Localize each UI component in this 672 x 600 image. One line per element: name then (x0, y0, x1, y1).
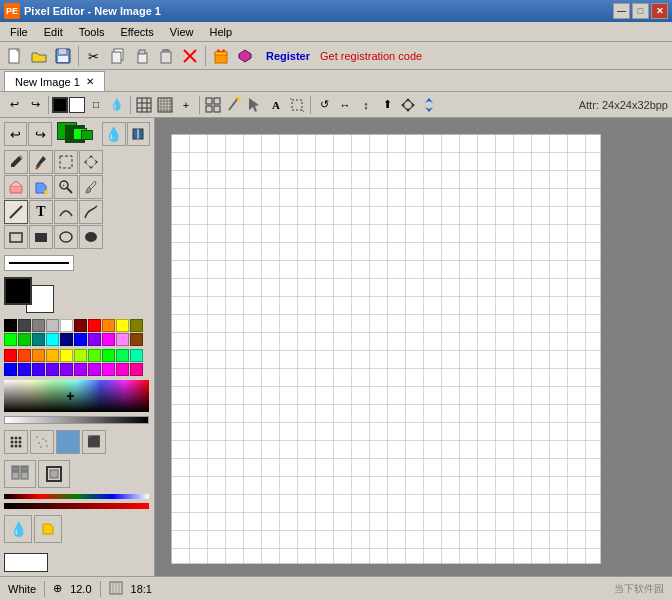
color-strip-2[interactable] (4, 503, 149, 509)
pixel-canvas[interactable] (171, 134, 601, 564)
transparent-btn[interactable]: □ (86, 95, 106, 115)
tool-ellipse-fill[interactable] (79, 225, 103, 249)
tool-line[interactable] (4, 200, 28, 224)
frame-btn[interactable] (38, 460, 70, 488)
bucket-btn[interactable] (34, 515, 62, 543)
select-button[interactable] (245, 95, 265, 115)
crop-button[interactable] (287, 95, 307, 115)
color-picker[interactable] (4, 380, 149, 412)
fg-color-small[interactable] (52, 97, 68, 113)
swatch-maroon[interactable] (74, 319, 87, 332)
move-up-button[interactable]: ⬆ (377, 95, 397, 115)
swatch-ext-15[interactable] (60, 363, 73, 376)
tool-custom[interactable] (79, 200, 103, 224)
swatch-pink[interactable] (116, 333, 129, 346)
open-button[interactable] (28, 45, 50, 67)
swatch-ext-14[interactable] (46, 363, 59, 376)
tool-rect[interactable] (4, 225, 28, 249)
new-button[interactable] (4, 45, 26, 67)
nudge-button[interactable] (398, 95, 418, 115)
undo-button[interactable]: ↩ (4, 95, 24, 115)
swatch-ext-4[interactable] (46, 349, 59, 362)
gift-button[interactable] (210, 45, 232, 67)
swatch-olive[interactable] (130, 319, 143, 332)
tool-zoom[interactable]: + (54, 175, 78, 199)
close-image-button[interactable] (179, 45, 201, 67)
gem-button[interactable] (234, 45, 256, 67)
swatch-ext-8[interactable] (102, 349, 115, 362)
menu-tools[interactable]: Tools (71, 24, 113, 40)
swatch-gray[interactable] (32, 319, 45, 332)
swatch-ext-5[interactable] (60, 349, 73, 362)
bg-color-small[interactable] (69, 97, 85, 113)
swatch-ext-18[interactable] (102, 363, 115, 376)
grid-button[interactable] (134, 95, 154, 115)
swatch-ext-16[interactable] (74, 363, 87, 376)
menu-help[interactable]: Help (201, 24, 240, 40)
tool-brush[interactable] (29, 150, 53, 174)
tool-pencil[interactable] (4, 150, 28, 174)
rotate-ccw-button[interactable]: ↺ (314, 95, 334, 115)
tile-button[interactable] (203, 95, 223, 115)
registration-code-link[interactable]: Get registration code (320, 50, 422, 62)
fg-color-box[interactable] (4, 277, 32, 305)
swatch-ext-3[interactable] (32, 349, 45, 362)
swatch-ext-6[interactable] (74, 349, 87, 362)
tool-eyedropper[interactable]: 💧 (102, 122, 125, 146)
tool-redo[interactable]: ↪ (28, 122, 51, 146)
tool-ellipse[interactable] (54, 225, 78, 249)
eyedropper-small[interactable]: 💧 (107, 95, 127, 115)
swatch-ext-12[interactable] (18, 363, 31, 376)
tool-move[interactable] (79, 150, 103, 174)
tab-close-button[interactable]: ✕ (86, 76, 94, 87)
swatch-lime[interactable] (18, 333, 31, 346)
swatch-dark-gray[interactable] (18, 319, 31, 332)
swatch-green[interactable] (4, 333, 17, 346)
swatch-ext-7[interactable] (88, 349, 101, 362)
tool-rect-sel[interactable] (54, 150, 78, 174)
menu-effects[interactable]: Effects (112, 24, 161, 40)
tool-fill[interactable] (29, 175, 53, 199)
swatch-purple[interactable] (88, 333, 101, 346)
tab-new-image-1[interactable]: New Image 1 ✕ (4, 71, 105, 91)
swatch-ext-2[interactable] (18, 349, 31, 362)
tool-eyedropper2[interactable] (79, 175, 103, 199)
swatch-teal[interactable] (32, 333, 45, 346)
tool-rect-fill[interactable] (29, 225, 53, 249)
blue-box[interactable] (56, 430, 80, 454)
color-box-4[interactable] (81, 130, 93, 140)
maximize-button[interactable]: □ (632, 3, 649, 19)
scatter-pattern[interactable] (30, 430, 54, 454)
grayscale-strip[interactable] (4, 416, 149, 424)
opacity-btn[interactable]: ⬛ (82, 430, 106, 454)
fine-grid-button[interactable] (155, 95, 175, 115)
close-button[interactable]: ✕ (651, 3, 668, 19)
tool-extra[interactable] (127, 122, 150, 146)
swatch-brown[interactable] (130, 333, 143, 346)
register-link[interactable]: Register (266, 50, 310, 62)
delete-button[interactable] (155, 45, 177, 67)
minimize-button[interactable]: — (613, 3, 630, 19)
tool-text[interactable]: T (29, 200, 53, 224)
menu-view[interactable]: View (162, 24, 202, 40)
swatch-black[interactable] (4, 319, 17, 332)
tool-curve[interactable] (54, 200, 78, 224)
swatch-magenta[interactable] (102, 333, 115, 346)
wand-button[interactable] (224, 95, 244, 115)
save-button[interactable] (52, 45, 74, 67)
text-tool-btn[interactable]: A (266, 95, 286, 115)
tool-eraser[interactable] (4, 175, 28, 199)
copy-button[interactable] (107, 45, 129, 67)
swatch-yellow[interactable] (116, 319, 129, 332)
swatch-cyan[interactable] (46, 333, 59, 346)
swatch-ext-20[interactable] (130, 363, 143, 376)
swatch-navy[interactable] (60, 333, 73, 346)
swatch-blue[interactable] (74, 333, 87, 346)
redo-button[interactable]: ↪ (25, 95, 45, 115)
menu-file[interactable]: File (2, 24, 36, 40)
color-strip-1[interactable] (4, 494, 149, 500)
flip-h-button[interactable]: ↔ (335, 95, 355, 115)
swatch-silver[interactable] (46, 319, 59, 332)
swatch-ext-11[interactable] (4, 363, 17, 376)
swatch-ext-9[interactable] (116, 349, 129, 362)
